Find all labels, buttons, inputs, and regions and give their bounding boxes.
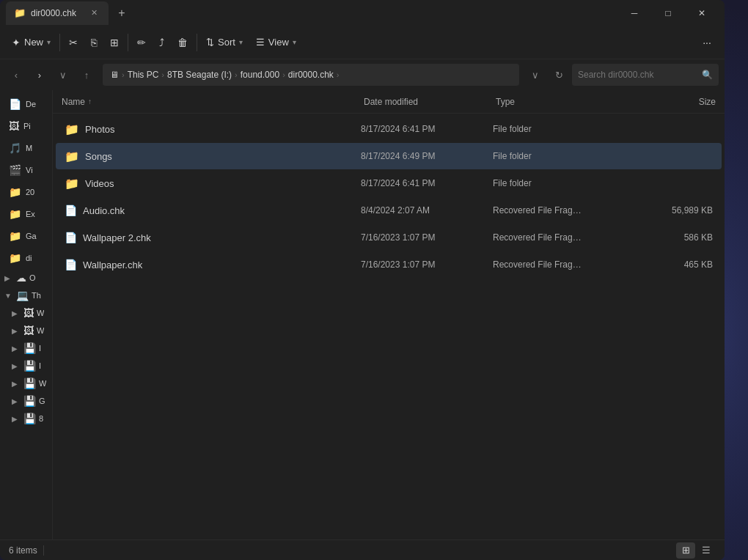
minimize-button[interactable]: ─ <box>617 0 651 26</box>
sidebar-icon-6: 📁 <box>9 230 21 242</box>
file-date-songs: 8/17/2024 6:49 PM <box>361 151 493 161</box>
col-header-date[interactable]: Date modified <box>364 97 496 107</box>
col-header-type[interactable]: Type <box>496 97 642 107</box>
search-icon: 🔍 <box>702 70 713 80</box>
file-icon-wallpaper: 📄 <box>65 259 77 270</box>
tab-title: dir0000.chk <box>31 8 82 18</box>
close-window-button[interactable]: ✕ <box>685 0 719 26</box>
more-options-button[interactable]: ··· <box>695 31 719 54</box>
rename-button[interactable]: ✏ <box>131 30 152 55</box>
window-controls: ─ □ ✕ <box>617 0 719 26</box>
file-row-wallpaper[interactable]: 📄 Wallpaper.chk 7/16/2023 1:07 PM Recove… <box>56 251 722 278</box>
breadcrumb-this-pc[interactable]: This PC <box>128 70 159 80</box>
col-header-name[interactable]: Name ↑ <box>62 97 364 107</box>
file-date-audio: 8/4/2024 2:07 AM <box>361 205 493 215</box>
up-button[interactable]: ↑ <box>76 65 97 85</box>
view-button[interactable]: ☰ View ▾ <box>250 30 302 55</box>
file-row-songs[interactable]: 📁 Songs 8/17/2024 6:49 PM File folder <box>56 143 722 169</box>
file-row-videos[interactable]: 📁 Videos 8/17/2024 6:41 PM File folder <box>56 170 722 196</box>
file-row-audio[interactable]: 📄 Audio.chk 8/4/2024 2:07 AM Recovered F… <box>56 197 722 224</box>
thispc-label: Th <box>32 291 41 300</box>
rename-icon: ✏ <box>137 37 146 48</box>
new-label: New <box>24 37 43 48</box>
copy-button[interactable]: ⎘ <box>85 30 103 55</box>
recent-locations-button[interactable]: ∨ <box>53 65 73 85</box>
sidebar-group-onedrive[interactable]: ▶ ☁ O <box>1 270 51 286</box>
forward-button[interactable]: › <box>29 65 50 85</box>
active-tab[interactable]: 📁 dir0000.chk ✕ <box>6 1 109 25</box>
breadcrumb-sep-3: › <box>282 70 285 79</box>
subgroup-1-chevron-icon: ▶ <box>12 327 22 335</box>
maximize-button[interactable]: □ <box>651 0 685 26</box>
file-row-photos[interactable]: 📁 Photos 8/17/2024 6:41 PM File folder <box>56 116 722 142</box>
view-label: View <box>268 37 289 48</box>
subgroup-1-label: W <box>37 326 44 335</box>
file-name-cell-wallpaper2: 📄 Wallpaper 2.chk <box>65 232 361 243</box>
sidebar-icon-5: 📁 <box>9 208 21 220</box>
breadcrumb-drive[interactable]: 8TB Seagate (I:) <box>167 70 232 80</box>
sidebar-subgroup-3[interactable]: ▶ 💾 I <box>1 358 51 374</box>
subgroup-3-chevron-icon: ▶ <box>12 362 22 370</box>
sidebar-label-2: M <box>26 144 32 152</box>
sidebar-group-thispc[interactable]: ▼ 💻 Th <box>1 287 51 303</box>
sidebar-item-1[interactable]: 🖼 Pi <box>3 116 49 136</box>
breadcrumb-dir[interactable]: dir0000.chk <box>288 70 334 80</box>
col-header-size[interactable]: Size <box>642 97 716 107</box>
subgroup-0-chevron-icon: ▶ <box>12 309 22 317</box>
sort-button[interactable]: ⇅ Sort ▾ <box>200 30 249 55</box>
sidebar-item-3[interactable]: 🎬 Vi <box>3 160 49 180</box>
refresh-button[interactable]: ↻ <box>549 65 569 85</box>
file-explorer-window: 📁 dir0000.chk ✕ + ─ □ ✕ ✦ New ▾ ✂ ⎘ ⊞ <box>0 0 725 560</box>
sidebar-subgroup-0[interactable]: ▶ 🖼 W <box>1 305 51 321</box>
sidebar-subgroup-5[interactable]: ▶ 💾 G <box>1 393 51 409</box>
toolbar-sep-1 <box>59 34 60 51</box>
folder-icon-songs: 📁 <box>65 150 79 163</box>
sidebar-item-2[interactable]: 🎵 M <box>3 138 49 158</box>
file-date-videos: 8/17/2024 6:41 PM <box>361 178 493 188</box>
tab-close-button[interactable]: ✕ <box>88 7 100 19</box>
file-name-cell-songs: 📁 Songs <box>65 150 361 163</box>
back-button[interactable]: ‹ <box>6 65 26 85</box>
sidebar-item-0[interactable]: 📄 De <box>3 94 49 114</box>
sidebar-subgroup-2[interactable]: ▶ 💾 I <box>1 340 51 356</box>
sidebar-icon-0: 📄 <box>9 98 21 110</box>
delete-button[interactable]: 🗑 <box>172 30 194 55</box>
search-box[interactable]: 🔍 <box>572 64 719 86</box>
paste-button[interactable]: ⊞ <box>104 30 125 55</box>
search-input[interactable] <box>578 70 697 80</box>
sidebar-icon-3: 🎬 <box>9 164 21 176</box>
breadcrumb[interactable]: 🖥 › This PC › 8TB Seagate (I:) › found.0… <box>103 64 519 86</box>
file-size-audio: 56,989 KB <box>639 205 713 215</box>
toolbar-sep-2 <box>128 34 128 51</box>
grid-view-button[interactable]: ⊞ <box>676 542 695 559</box>
list-view-button[interactable]: ☰ <box>697 542 716 559</box>
cut-button[interactable]: ✂ <box>63 30 84 55</box>
subgroup-5-label: G <box>39 397 45 405</box>
new-tab-button[interactable]: + <box>111 3 132 23</box>
file-size-wallpaper2: 586 KB <box>639 232 713 243</box>
share-button[interactable]: ⤴ <box>153 30 170 55</box>
sidebar: 📄 De 🖼 Pi 🎵 M 🎬 Vi 📁 20 📁 Ex <box>0 90 53 539</box>
sidebar-subgroup-1[interactable]: ▶ 🖼 W <box>1 323 51 339</box>
location-dropdown-button[interactable]: ∨ <box>525 65 546 85</box>
file-name-photos: Photos <box>85 124 114 135</box>
breadcrumb-trailing-sep: › <box>337 70 340 79</box>
sidebar-subgroup-4[interactable]: ▶ 💾 W <box>1 375 51 391</box>
file-type-wallpaper2: Recovered File Frag… <box>493 232 639 243</box>
subgroup-6-label: 8 <box>39 414 43 423</box>
sidebar-subgroup-6[interactable]: ▶ 💾 8 <box>1 410 51 427</box>
breadcrumb-found[interactable]: found.000 <box>241 70 279 80</box>
sidebar-label-4: 20 <box>26 188 34 196</box>
file-name-cell-videos: 📁 Videos <box>65 177 361 191</box>
sidebar-item-6[interactable]: 📁 Ga <box>3 226 49 246</box>
sidebar-item-5[interactable]: 📁 Ex <box>3 204 49 224</box>
file-name-cell-audio: 📄 Audio.chk <box>65 205 361 216</box>
status-separator <box>43 545 44 556</box>
sidebar-item-4[interactable]: 📁 20 <box>3 182 49 202</box>
new-button[interactable]: ✦ New ▾ <box>6 30 56 55</box>
subgroup-2-icon: 💾 <box>23 342 36 354</box>
address-bar: ‹ › ∨ ↑ 🖥 › This PC › 8TB Seagate (I:) ›… <box>0 59 725 90</box>
file-name-videos: Videos <box>85 178 114 189</box>
file-row-wallpaper2[interactable]: 📄 Wallpaper 2.chk 7/16/2023 1:07 PM Reco… <box>56 224 722 251</box>
sidebar-item-7[interactable]: 📁 di <box>3 248 49 268</box>
